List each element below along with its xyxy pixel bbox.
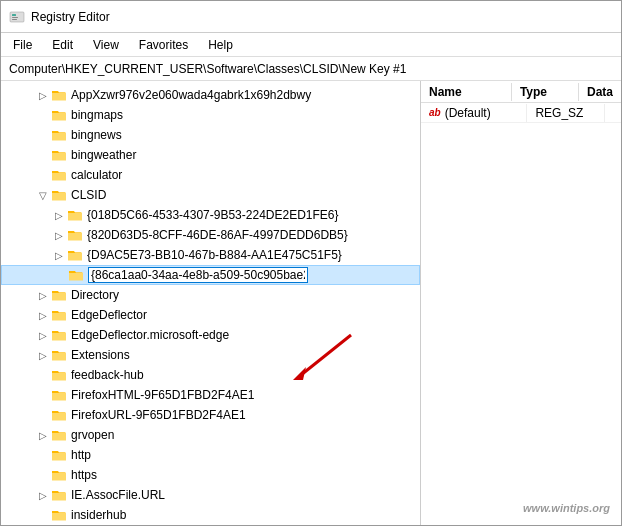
tree-item-insiderhub[interactable]: ▷ insiderhub [1, 505, 420, 525]
tree-item-https[interactable]: ▷ https [1, 465, 420, 485]
col-header-name: Name [421, 83, 512, 101]
svg-rect-3 [12, 19, 17, 20]
folder-icon-firefoxurl [51, 408, 67, 422]
folder-icon-ieassocfile [51, 488, 67, 502]
expander-edgedeflector[interactable]: ▷ [37, 309, 49, 321]
tree-item-firefoxhtml[interactable]: ▷ FirefoxHTML-9F65D1FBD2F4AE1 [1, 385, 420, 405]
tree-label-edgedeflectorme: EdgeDeflector.microsoft-edge [71, 328, 229, 342]
col-header-type: Type [512, 83, 579, 101]
menu-view[interactable]: View [89, 36, 123, 54]
tree-label-calculator: calculator [71, 168, 122, 182]
tree-label-bingmaps: bingmaps [71, 108, 123, 122]
expander-grvopen[interactable]: ▷ [37, 429, 49, 441]
expander-directory[interactable]: ▷ [37, 289, 49, 301]
expander-extensions[interactable]: ▷ [37, 349, 49, 361]
menu-edit[interactable]: Edit [48, 36, 77, 54]
tree-item-edgedeflectorme[interactable]: ▷ EdgeDeflector.microsoft-edge [1, 325, 420, 345]
folder-icon-calculator [51, 168, 67, 182]
cell-name-label: (Default) [445, 106, 491, 120]
folder-icon-firefoxhtml [51, 388, 67, 402]
tree-item-ieassocfile[interactable]: ▷ IE.AssocFile.URL [1, 485, 420, 505]
tree-label-ieassocfile: IE.AssocFile.URL [71, 488, 165, 502]
cell-type-default: REG_SZ [527, 104, 605, 122]
menu-help[interactable]: Help [204, 36, 237, 54]
tree-label-directory: Directory [71, 288, 119, 302]
tree-label-newkey1-input[interactable] [88, 267, 308, 283]
main-content: ▷ AppXzwr976v2e060wada4gabrk1x69h2dbwy ▷… [1, 81, 621, 525]
svg-rect-2 [12, 17, 18, 18]
tree-item-grvopen[interactable]: ▷ grvopen [1, 425, 420, 445]
folder-icon-bingweather [51, 148, 67, 162]
tree-label-clsid: CLSID [71, 188, 106, 202]
tree-label-extensions: Extensions [71, 348, 130, 362]
folder-icon-feedbackhub [51, 368, 67, 382]
folder-icon-bingmaps [51, 108, 67, 122]
tree-label-clsid2: {820D63D5-8CFF-46DE-86AF-4997DEDD6DB5} [87, 228, 348, 242]
expander-clsid3[interactable]: ▷ [53, 249, 65, 261]
folder-icon-grvopen [51, 428, 67, 442]
tree-item-clsid[interactable]: ▽ CLSID [1, 185, 420, 205]
address-path: Computer\HKEY_CURRENT_USER\Software\Clas… [9, 62, 406, 76]
cell-name-default: ab (Default) [421, 104, 527, 122]
expander-appxzwr[interactable]: ▷ [37, 89, 49, 101]
tree-label-clsid1: {018D5C66-4533-4307-9B53-224DE2ED1FE6} [87, 208, 339, 222]
folder-icon-directory [51, 288, 67, 302]
tree-item-bingweather[interactable]: ▷ bingweather [1, 145, 420, 165]
tree-label-bingweather: bingweather [71, 148, 136, 162]
tree-item-newkey1[interactable]: ▷ [1, 265, 420, 285]
tree-label-bingnews: bingnews [71, 128, 122, 142]
menu-file[interactable]: File [9, 36, 36, 54]
ab-icon: ab [429, 108, 441, 118]
folder-icon-edgedeflector [51, 308, 67, 322]
folder-icon-http [51, 448, 67, 462]
svg-rect-1 [12, 14, 16, 16]
tree-item-directory[interactable]: ▷ Directory [1, 285, 420, 305]
tree-label-http: http [71, 448, 91, 462]
window-title: Registry Editor [31, 10, 110, 24]
tree-item-clsid2[interactable]: ▷ {820D63D5-8CFF-46DE-86AF-4997DEDD6DB5} [1, 225, 420, 245]
registry-editor-window: Registry Editor File Edit View Favorites… [0, 0, 622, 526]
cell-data-default [605, 111, 621, 115]
tree-label-edgedeflector: EdgeDeflector [71, 308, 147, 322]
menu-favorites[interactable]: Favorites [135, 36, 192, 54]
folder-icon-clsid [51, 188, 67, 202]
expander-clsid1[interactable]: ▷ [53, 209, 65, 221]
tree-item-firefoxurl[interactable]: ▷ FirefoxURL-9F65D1FBD2F4AE1 [1, 405, 420, 425]
right-panel: Name Type Data ab (Default) REG_SZ [421, 81, 621, 525]
tree-item-bingnews[interactable]: ▷ bingnews [1, 125, 420, 145]
folder-icon-clsid3 [67, 248, 83, 262]
folder-icon-insiderhub [51, 508, 67, 522]
folder-icon-edgedeflectorme [51, 328, 67, 342]
tree-item-appxzwr[interactable]: ▷ AppXzwr976v2e060wada4gabrk1x69h2dbwy [1, 85, 420, 105]
folder-icon-https [51, 468, 67, 482]
tree-item-bingmaps[interactable]: ▷ bingmaps [1, 105, 420, 125]
tree-label-appxzwr: AppXzwr976v2e060wada4gabrk1x69h2dbwy [71, 88, 311, 102]
folder-icon-clsid2 [67, 228, 83, 242]
tree-label-insiderhub: insiderhub [71, 508, 126, 522]
tree-panel[interactable]: ▷ AppXzwr976v2e060wada4gabrk1x69h2dbwy ▷… [1, 81, 421, 525]
folder-icon-bingnews [51, 128, 67, 142]
tree-item-clsid3[interactable]: ▷ {D9AC5E73-BB10-467b-B884-AA1E475C51F5} [1, 245, 420, 265]
expander-clsid[interactable]: ▽ [37, 189, 49, 201]
tree-item-feedbackhub[interactable]: ▷ feedback-hub [1, 365, 420, 385]
table-row[interactable]: ab (Default) REG_SZ [421, 103, 621, 123]
expander-clsid2[interactable]: ▷ [53, 229, 65, 241]
col-header-data: Data [579, 83, 621, 101]
tree-item-http[interactable]: ▷ http [1, 445, 420, 465]
folder-icon-clsid1 [67, 208, 83, 222]
expander-edgedeflectorme[interactable]: ▷ [37, 329, 49, 341]
expander-ieassocfile[interactable]: ▷ [37, 489, 49, 501]
tree-label-firefoxhtml: FirefoxHTML-9F65D1FBD2F4AE1 [71, 388, 254, 402]
tree-item-clsid1[interactable]: ▷ {018D5C66-4533-4307-9B53-224DE2ED1FE6} [1, 205, 420, 225]
tree-item-extensions[interactable]: ▷ Extensions [1, 345, 420, 365]
app-icon [9, 9, 25, 25]
right-panel-header: Name Type Data [421, 81, 621, 103]
tree-label-firefoxurl: FirefoxURL-9F65D1FBD2F4AE1 [71, 408, 246, 422]
tree-item-edgedeflector[interactable]: ▷ EdgeDeflector [1, 305, 420, 325]
tree-label-grvopen: grvopen [71, 428, 114, 442]
tree-label-https: https [71, 468, 97, 482]
address-bar: Computer\HKEY_CURRENT_USER\Software\Clas… [1, 57, 621, 81]
tree-item-calculator[interactable]: ▷ calculator [1, 165, 420, 185]
menu-bar: File Edit View Favorites Help [1, 33, 621, 57]
folder-icon-extensions [51, 348, 67, 362]
